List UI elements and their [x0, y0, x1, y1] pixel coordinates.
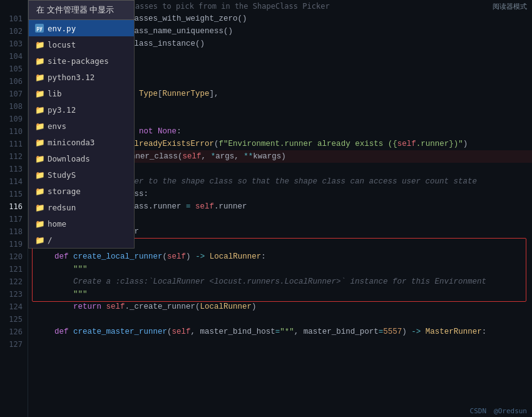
folder-icon: 📁	[35, 40, 44, 49]
dropdown-item-miniconda3[interactable]: 📁 miniconda3	[29, 134, 134, 150]
code-line-120: def create_local_runner(self) -> LocalRu…	[28, 250, 532, 263]
line-num: 117	[0, 213, 28, 225]
line-num: 114	[0, 175, 28, 188]
dropdown-item-label: Downloads	[48, 154, 90, 163]
folder-icon: 📁	[35, 89, 44, 98]
dropdown-header[interactable]: 在 文件管理器 中显示	[28, 0, 135, 20]
dropdown-item-label: py3.12	[48, 105, 76, 115]
author-label: @Oredsun	[494, 407, 527, 415]
code-line-124: return self._create_runner(LocalRunner)	[28, 301, 532, 313]
line-num: 104	[0, 50, 28, 63]
python-file-icon: py	[35, 24, 44, 33]
code-line-126: def create_master_runner(self, master_bi…	[28, 326, 532, 338]
line-num: 119	[0, 238, 28, 250]
line-num: 124	[0, 301, 28, 313]
line-num: 120	[0, 250, 28, 263]
line-num: 115	[0, 188, 28, 200]
dropdown-item-label: storage	[48, 187, 81, 196]
folder-icon: 📁	[35, 203, 44, 212]
line-num: 102	[0, 25, 28, 38]
folder-icon: 📁	[35, 170, 44, 179]
line-num: 105	[0, 63, 28, 75]
code-line-121: """	[28, 263, 532, 275]
line-num: 113	[0, 163, 28, 175]
folder-icon: 📁	[35, 121, 44, 130]
code-line-123: """	[28, 288, 532, 301]
dropdown-item-envpy[interactable]: py env.py	[29, 20, 134, 36]
line-num: 116	[0, 200, 28, 213]
dropdown-item-lib[interactable]: 📁 lib	[29, 85, 134, 101]
line-num: 118	[0, 225, 28, 238]
dropdown-item-downloads[interactable]: 📁 Downloads	[29, 150, 134, 167]
dropdown-item-envs[interactable]: 📁 envs	[29, 118, 134, 134]
code-line-122: Create a :class:`LocalRunner <locust.run…	[28, 275, 532, 288]
line-num: 121	[0, 263, 28, 275]
dropdown-item-storage[interactable]: 📁 storage	[29, 183, 134, 199]
dropdown-item-home[interactable]: 📁 home	[29, 215, 134, 232]
line-num: 108	[0, 100, 28, 113]
folder-icon: 📁	[35, 73, 44, 81]
file-manager-dropdown[interactable]: 在 文件管理器 中显示 py env.py 📁 locust 📁 site-pa…	[28, 0, 135, 249]
folder-icon: 📁	[35, 154, 44, 163]
editor-container: 阅读器模式 101 102 103 104 105 106 107 108 10…	[0, 0, 532, 417]
line-num: 109	[0, 113, 28, 125]
folder-icon: 📁	[35, 56, 44, 65]
dropdown-item-label: home	[48, 219, 66, 229]
code-line-125	[28, 313, 532, 326]
source-label: CSDN	[470, 407, 487, 415]
dropdown-item-site-packages[interactable]: 📁 site-packages	[29, 53, 134, 69]
line-num: 123	[0, 288, 28, 301]
dropdown-item-redsun[interactable]: 📁 redsun	[29, 199, 134, 215]
dropdown-item-label: python3.12	[48, 73, 95, 82]
dropdown-item-label: miniconda3	[48, 138, 95, 147]
folder-icon: 📁	[35, 187, 44, 195]
dropdown-item-label: lib	[48, 89, 62, 98]
dropdown-item-studys[interactable]: 📁 StudyS	[29, 167, 134, 183]
line-num: 101	[0, 13, 28, 25]
dropdown-item-locust[interactable]: 📁 locust	[29, 36, 134, 53]
dropdown-item-label: env.py	[48, 24, 76, 33]
dropdown-item-py312[interactable]: 📁 py3.12	[29, 101, 134, 118]
dropdown-list: py env.py 📁 locust 📁 site-packages 📁 pyt…	[28, 20, 135, 249]
line-num: 111	[0, 138, 28, 150]
line-num: 110	[0, 125, 28, 138]
dropdown-item-label: /	[48, 235, 53, 245]
line-num: 103	[0, 38, 28, 50]
folder-icon: 📁	[35, 219, 44, 228]
line-num: 122	[0, 275, 28, 288]
folder-icon: 📁	[35, 235, 44, 244]
bottom-bar: CSDN @Oredsun	[344, 404, 532, 417]
line-num: 112	[0, 150, 28, 163]
folder-icon: 📁	[35, 105, 44, 114]
dropdown-item-label: envs	[48, 121, 66, 131]
dropdown-item-root[interactable]: 📁 /	[29, 232, 134, 248]
folder-icon: 📁	[35, 138, 44, 147]
line-num: 127	[0, 338, 28, 351]
line-num: 107	[0, 88, 28, 100]
dropdown-title: 在 文件管理器 中显示	[36, 5, 114, 14]
dropdown-item-python312[interactable]: 📁 python3.12	[29, 69, 134, 85]
dropdown-item-label: site-packages	[48, 56, 109, 66]
dropdown-item-label: locust	[48, 40, 76, 49]
line-num: 125	[0, 313, 28, 326]
dropdown-item-label: StudyS	[48, 170, 76, 180]
line-num: 106	[0, 75, 28, 88]
line-numbers: 101 102 103 104 105 106 107 108 109 110 …	[0, 0, 28, 417]
line-num: 126	[0, 326, 28, 338]
dropdown-item-label: redsun	[48, 203, 76, 212]
